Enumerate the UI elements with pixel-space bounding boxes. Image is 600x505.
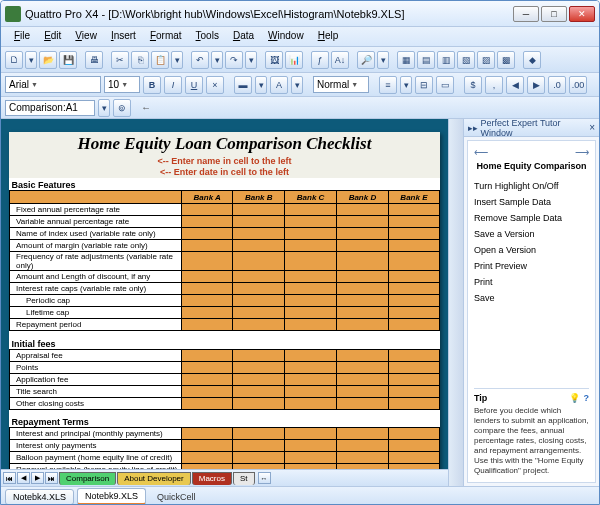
copy-button[interactable]: ⎘	[131, 51, 149, 69]
expert-button[interactable]: ◆	[523, 51, 541, 69]
main-toolbar: 🗋▾ 📂 💾 🖶 ✂ ⎘ 📋▾ ↶▾ ↷▾ 🖼 📊 ƒ A↓ 🔎▾ ▦ ▤ ▥ …	[1, 47, 599, 73]
tool-e[interactable]: ▨	[477, 51, 495, 69]
fontcolor-button[interactable]: A	[270, 76, 288, 94]
tab-prev[interactable]: ◀	[17, 472, 30, 484]
zoom-dropdown[interactable]: ▾	[377, 51, 389, 69]
bgcolor-dropdown[interactable]: ▾	[255, 76, 267, 94]
perfect-expert-panel: ▸▸ Perfect Expert Tutor Window× ⟵⟶ Home …	[463, 119, 599, 486]
maximize-button[interactable]: □	[541, 6, 567, 22]
tab-last[interactable]: ⏭	[45, 472, 58, 484]
comma-button[interactable]: ,	[485, 76, 503, 94]
strike-button[interactable]: ×	[206, 76, 224, 94]
minimize-button[interactable]: ─	[513, 6, 539, 22]
goto-button[interactable]: ⊚	[113, 99, 131, 117]
side-link[interactable]: Turn Highlight On/Off	[474, 178, 589, 194]
new-button[interactable]: 🗋	[5, 51, 23, 69]
file-tabs: Notebk4.XLSNotebk9.XLSQuickCell	[1, 486, 599, 505]
save-button[interactable]: 💾	[59, 51, 77, 69]
fontcolor-dropdown[interactable]: ▾	[291, 76, 303, 94]
paste-dropdown[interactable]: ▾	[171, 51, 183, 69]
sheet-tab[interactable]: St	[233, 472, 255, 485]
redo-button[interactable]: ↷	[225, 51, 243, 69]
sheet-tab[interactable]: Comparison	[59, 472, 116, 485]
cellref-dropdown[interactable]: ▾	[98, 99, 110, 117]
print-button[interactable]: 🖶	[85, 51, 103, 69]
file-tab[interactable]: Notebk9.XLS	[77, 488, 146, 505]
tool-a[interactable]: ▦	[397, 51, 415, 69]
lightbulb-icon[interactable]: 💡	[569, 393, 580, 403]
currency-button[interactable]: $	[464, 76, 482, 94]
tool-b[interactable]: ▤	[417, 51, 435, 69]
comparison-table[interactable]: Basic FeaturesBank ABank BBank CBank DBa…	[9, 178, 440, 469]
tool-c[interactable]: ▥	[437, 51, 455, 69]
side-link[interactable]: Print	[474, 274, 589, 290]
menu-data[interactable]: Data	[226, 27, 261, 46]
side-dock-icon[interactable]: ▸▸	[468, 123, 478, 133]
formula-prefix: ←	[141, 102, 151, 113]
format-toolbar: Arial▼ 10▼ B I U × ▬▾ A▾ Normal▼ ≡▾ ⊟ ▭ …	[1, 73, 599, 97]
cell-reference[interactable]: Comparison:A1	[5, 100, 95, 116]
menu-format[interactable]: Format	[143, 27, 189, 46]
redo-dropdown[interactable]: ▾	[245, 51, 257, 69]
tip-label: Tip	[474, 393, 487, 403]
menu-window[interactable]: Window	[261, 27, 311, 46]
menu-edit[interactable]: Edit	[37, 27, 68, 46]
tab-first[interactable]: ⏮	[3, 472, 16, 484]
border-button[interactable]: ▭	[436, 76, 454, 94]
side-link[interactable]: Remove Sample Data	[474, 210, 589, 226]
tab-next[interactable]: ▶	[31, 472, 44, 484]
close-button[interactable]: ✕	[569, 6, 595, 22]
side-next[interactable]: ⟶	[575, 147, 589, 158]
tip-text: Before you decide which lenders to submi…	[474, 406, 589, 476]
inc-dec-button[interactable]: .00	[569, 76, 587, 94]
zoom-button[interactable]: 🔎	[357, 51, 375, 69]
tool-f[interactable]: ▩	[497, 51, 515, 69]
side-link[interactable]: Print Preview	[474, 258, 589, 274]
menu-tools[interactable]: Tools	[189, 27, 226, 46]
sheet-tab[interactable]: Macros	[192, 472, 232, 485]
menu-help[interactable]: Help	[311, 27, 346, 46]
fontsize-combo[interactable]: 10▼	[104, 76, 140, 93]
tab-scroll[interactable]: ↔	[258, 472, 271, 484]
indent-button[interactable]: ▶	[527, 76, 545, 94]
underline-button[interactable]: U	[185, 76, 203, 94]
bgcolor-button[interactable]: ▬	[234, 76, 252, 94]
side-close-icon[interactable]: ×	[589, 122, 595, 133]
font-combo[interactable]: Arial▼	[5, 76, 101, 93]
tool-d[interactable]: ▧	[457, 51, 475, 69]
vertical-scrollbar[interactable]	[448, 119, 463, 486]
menu-bar: FileEditViewInsertFormatToolsDataWindowH…	[1, 27, 599, 47]
side-link[interactable]: Open a Version	[474, 242, 589, 258]
cut-button[interactable]: ✂	[111, 51, 129, 69]
sheet-tab[interactable]: About Developer	[117, 472, 191, 485]
style-combo[interactable]: Normal▼	[313, 76, 369, 93]
italic-button[interactable]: I	[164, 76, 182, 94]
help-icon[interactable]: ?	[584, 393, 590, 403]
paste-button[interactable]: 📋	[151, 51, 169, 69]
dec-dec-button[interactable]: .0	[548, 76, 566, 94]
worksheet-area[interactable]: Home Equity Loan Comparison Checklist <-…	[1, 119, 448, 469]
side-prev[interactable]: ⟵	[474, 147, 488, 158]
align-button[interactable]: ≡	[379, 76, 397, 94]
clipart-button[interactable]: 🖼	[265, 51, 283, 69]
merge-button[interactable]: ⊟	[415, 76, 433, 94]
chart-button[interactable]: 📊	[285, 51, 303, 69]
bold-button[interactable]: B	[143, 76, 161, 94]
align-dropdown[interactable]: ▾	[400, 76, 412, 94]
side-link[interactable]: Insert Sample Data	[474, 194, 589, 210]
sheet-tab-bar: ⏮ ◀ ▶ ⏭ ComparisonAbout DeveloperMacrosS…	[1, 469, 448, 486]
side-link[interactable]: Save	[474, 290, 589, 306]
formula-button[interactable]: ƒ	[311, 51, 329, 69]
sort-button[interactable]: A↓	[331, 51, 349, 69]
file-tab[interactable]: Notebk4.XLS	[5, 489, 74, 505]
menu-view[interactable]: View	[68, 27, 104, 46]
menu-file[interactable]: File	[7, 27, 37, 46]
undo-dropdown[interactable]: ▾	[211, 51, 223, 69]
new-dropdown[interactable]: ▾	[25, 51, 37, 69]
menu-insert[interactable]: Insert	[104, 27, 143, 46]
open-button[interactable]: 📂	[39, 51, 57, 69]
side-link[interactable]: Save a Version	[474, 226, 589, 242]
quickcell-label: QuickCell	[157, 492, 196, 502]
undo-button[interactable]: ↶	[191, 51, 209, 69]
outdent-button[interactable]: ◀	[506, 76, 524, 94]
